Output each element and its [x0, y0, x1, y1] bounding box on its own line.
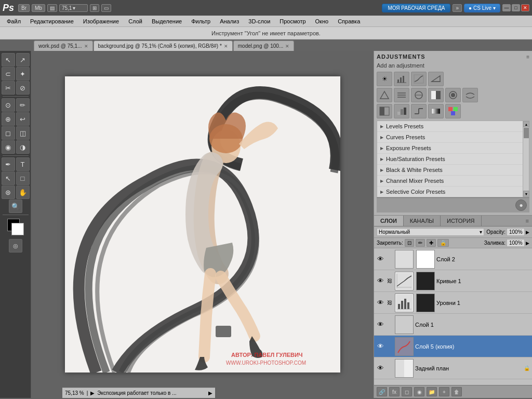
layer-item-background[interactable]: 👁 Задний план 🔒 [374, 357, 532, 379]
channel-mixer-icon[interactable] [462, 88, 478, 102]
layer-visibility-icon[interactable]: 👁 [376, 364, 384, 373]
preset-channel-mixer[interactable]: ▶ Channel Mixer Presets [377, 176, 523, 187]
menu-item-[interactable]: Просмотр [275, 17, 310, 25]
new-layer-button[interactable]: + [439, 387, 449, 396]
hand-tool[interactable]: ✋ [16, 185, 30, 199]
zoom-dropdown[interactable]: 75,1 ▾ [59, 4, 88, 12]
menu-item-[interactable]: Файл [3, 17, 25, 25]
arrange-dropdown[interactable]: ⊞ [90, 4, 99, 12]
preset-selective-color[interactable]: ▶ Selective Color Presets [377, 187, 523, 197]
layer-item-sloy2[interactable]: 👁 Слой 2 [374, 248, 532, 270]
scroll-thumb[interactable] [524, 128, 529, 138]
tab-history[interactable]: ИСТОРИЯ [441, 216, 481, 226]
photo-filter-icon[interactable] [445, 88, 461, 102]
tab-2[interactable]: model.png @ 100...✕ [233, 41, 294, 51]
menu-item-[interactable]: Редактирование [26, 17, 78, 25]
invert-icon[interactable] [377, 104, 392, 118]
crop-tool[interactable]: ✂ [2, 81, 15, 95]
scroll-up-button[interactable]: ▲ [523, 121, 529, 127]
dodge-tool[interactable]: ◑ [16, 140, 30, 154]
layer-item-sloy1[interactable]: 👁 Слой 1 [374, 314, 532, 336]
rect-shape-tool[interactable]: □ [16, 171, 30, 185]
tab-layers[interactable]: СЛОИ [374, 216, 404, 226]
opacity-value[interactable]: 100% [507, 228, 525, 236]
eraser-tool[interactable]: ◻ [2, 126, 15, 140]
fill-arrow-icon[interactable]: ▶ [526, 241, 529, 246]
new-group-button[interactable]: 📁 [427, 387, 437, 396]
spot-heal-tool[interactable]: ⊙ [2, 98, 15, 112]
zoom-tool[interactable]: 🔍 [9, 200, 22, 213]
layer-link-icon[interactable]: ⛓ [386, 277, 393, 285]
layers-panel-menu-button[interactable]: ≡ [523, 216, 532, 226]
layer-link-icon[interactable] [386, 321, 393, 328]
presets-scrollbar[interactable]: ▲ ▼ [523, 121, 529, 197]
preset-hue-sat[interactable]: ▶ Hue/Saturation Presets [377, 154, 523, 165]
magic-wand-tool[interactable]: ✦ [16, 67, 30, 81]
tab-channels[interactable]: КАНАЛЫ [404, 216, 441, 226]
blend-mode-select[interactable]: Нормальный ▾ [377, 228, 484, 236]
preset-curves[interactable]: ▶ Curves Presets [377, 132, 523, 143]
layer-item-curves[interactable]: 👁 ⛓ Кривые 1 [374, 270, 532, 292]
brightness-contrast-icon[interactable]: ☀ [377, 72, 392, 86]
brush-tool[interactable]: ✏ [16, 98, 30, 112]
clone-stamp-tool[interactable]: ⊕ [2, 112, 15, 126]
layer-visibility-icon[interactable]: 👁 [376, 321, 384, 329]
workspace-button[interactable]: МОЯ РАБОЧАЯ СРЕДА [382, 4, 450, 12]
menu-item-[interactable]: Выделение [148, 17, 186, 25]
menu-item-[interactable]: Анализ [216, 17, 243, 25]
posterize-icon[interactable] [394, 104, 409, 118]
close-button[interactable]: ✕ [521, 4, 529, 11]
maximize-button[interactable]: □ [512, 4, 520, 11]
panel-menu-button[interactable]: ≡ [526, 54, 529, 60]
preset-levels[interactable]: ▶ Levels Presets [377, 121, 523, 132]
menu-item-[interactable]: Окно [311, 17, 333, 25]
arrow-tool[interactable]: ↖ [2, 53, 15, 66]
opacity-arrow-icon[interactable]: ▶ [526, 230, 529, 235]
color-preview[interactable] [7, 219, 24, 235]
menu-item-[interactable]: Справка [334, 17, 364, 25]
3d-rotate-tool[interactable]: ⊛ [2, 185, 15, 199]
tab-close-1[interactable]: ✕ [224, 44, 228, 49]
curves-icon[interactable] [411, 72, 427, 86]
layer-visibility-icon[interactable]: 👁 [376, 299, 384, 307]
fill-value[interactable]: 100% [507, 239, 525, 247]
layer-link-icon[interactable] [386, 343, 393, 350]
tab-1[interactable]: background.jpg @ 75,1% (Слой 5 (копия), … [94, 41, 233, 51]
background-color[interactable] [11, 223, 24, 235]
bw-icon[interactable] [428, 88, 444, 102]
layer-visibility-icon[interactable]: 👁 [376, 255, 384, 263]
bridge-button[interactable]: Br [18, 4, 30, 12]
layer-item-levels[interactable]: 👁 ⛓ Уровни 1 [374, 292, 532, 314]
menu-item-[interactable]: Слой [124, 17, 147, 25]
hue-saturation-icon[interactable] [394, 88, 409, 102]
new-adjustment-button[interactable]: ◉ [414, 387, 424, 396]
layer-link-icon[interactable]: ⛓ [386, 299, 393, 307]
quick-mask-button[interactable]: ◎ [9, 239, 22, 252]
selective-color-icon[interactable] [445, 104, 461, 118]
gradient-tool[interactable]: ◫ [16, 126, 30, 140]
adjustments-menu-circle-button[interactable]: ● [515, 200, 527, 211]
menu-item-3d[interactable]: 3D-слои [244, 17, 274, 25]
cs-live-button[interactable]: ● CS Live ▾ [464, 4, 500, 12]
add-link-button[interactable]: 🔗 [377, 387, 387, 396]
eyedropper-tool[interactable]: ⊘ [16, 81, 30, 95]
gradient-map-icon[interactable] [428, 104, 444, 118]
threshold-icon[interactable] [411, 104, 427, 118]
type-tool[interactable]: T [16, 157, 30, 171]
tab-close-0[interactable]: ✕ [84, 44, 88, 49]
lock-transparent-button[interactable]: ⊡ [405, 239, 414, 247]
tab-close-2[interactable]: ✕ [285, 44, 289, 49]
layer-visibility-icon[interactable]: 👁 [376, 277, 384, 285]
menu-item-[interactable]: Изображение [79, 17, 123, 25]
exposure-icon[interactable] [428, 72, 444, 86]
preset-bw[interactable]: ▶ Black & White Presets [377, 165, 523, 176]
path-select-tool[interactable]: ↖ [2, 171, 15, 185]
lasso-tool[interactable]: ⊂ [2, 67, 15, 81]
lock-all-button[interactable]: 🔒 [437, 239, 449, 247]
screen-dropdown[interactable]: ▭ [101, 4, 111, 12]
vibrance-icon[interactable] [377, 88, 392, 102]
layer-visibility-icon[interactable]: 👁 [376, 342, 384, 351]
mini-bridge-button[interactable]: Mb [32, 4, 45, 12]
history-brush-tool[interactable]: ↩ [16, 112, 30, 126]
tab-0[interactable]: work.psd @ 75,1...✕ [34, 41, 93, 51]
